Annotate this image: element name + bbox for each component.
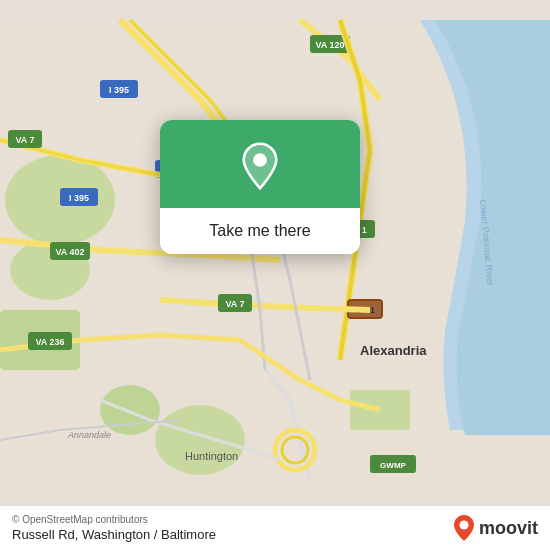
location-pin-icon (236, 142, 284, 190)
svg-text:GWMP: GWMP (380, 461, 406, 470)
svg-text:Annandale: Annandale (67, 430, 111, 440)
svg-text:VA 7: VA 7 (15, 135, 34, 145)
moovit-label: moovit (479, 518, 538, 539)
svg-point-6 (100, 385, 160, 435)
svg-text:I 395: I 395 (109, 85, 129, 95)
svg-text:Alexandria: Alexandria (360, 343, 427, 358)
bottom-bar: © OpenStreetMap contributors Russell Rd,… (0, 505, 550, 550)
popup-icon-area (160, 120, 360, 208)
svg-text:VA 402: VA 402 (55, 247, 84, 257)
map-background: Lower Potomac River I 395 I 395 I 395 VA… (0, 0, 550, 550)
svg-text:VA 120: VA 120 (315, 40, 344, 50)
svg-point-37 (459, 521, 468, 530)
address-line: Russell Rd, Washington / Baltimore (12, 527, 216, 542)
svg-text:I 395: I 395 (69, 193, 89, 203)
svg-point-36 (253, 153, 267, 167)
moovit-logo: moovit (453, 514, 538, 542)
bottom-left: © OpenStreetMap contributors Russell Rd,… (12, 514, 216, 542)
map-container: Lower Potomac River I 395 I 395 I 395 VA… (0, 0, 550, 550)
attribution-text: © OpenStreetMap contributors (12, 514, 216, 525)
svg-text:VA 7: VA 7 (225, 299, 244, 309)
take-me-there-button[interactable]: Take me there (160, 208, 360, 254)
moovit-pin-icon (453, 514, 475, 542)
svg-text:VA 236: VA 236 (35, 337, 64, 347)
svg-text:Huntington: Huntington (185, 450, 238, 462)
svg-point-5 (155, 405, 245, 475)
popup-card: Take me there (160, 120, 360, 254)
